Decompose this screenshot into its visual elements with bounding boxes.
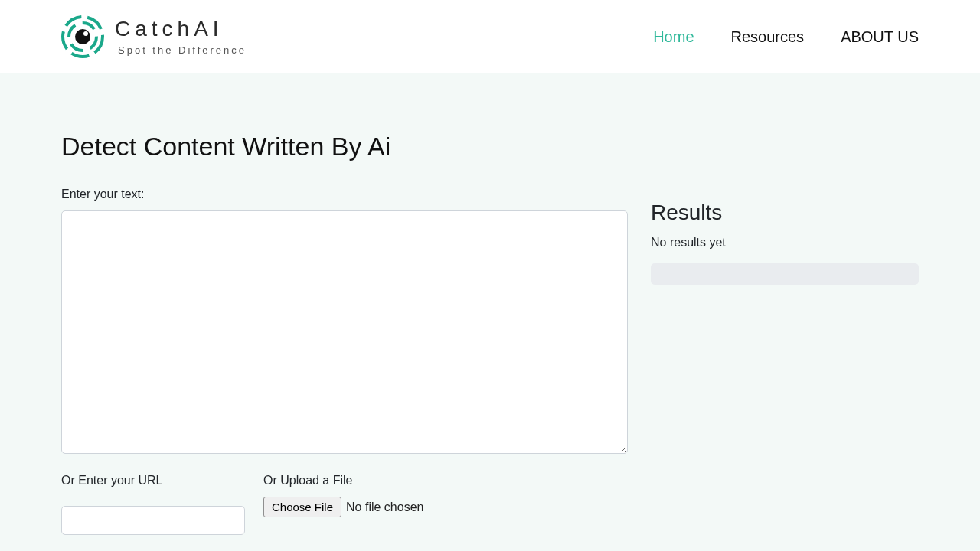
url-input-label: Or Enter your URL	[61, 474, 245, 487]
main-nav: Home Resources ABOUT US	[653, 28, 919, 46]
logo-icon	[61, 15, 104, 58]
file-status: No file chosen	[346, 500, 423, 514]
nav-home[interactable]: Home	[653, 28, 694, 46]
file-input-label: Or Upload a File	[263, 474, 423, 487]
logo-block: CatchAI Spot the Difference	[61, 15, 247, 58]
url-input[interactable]	[61, 506, 245, 535]
svg-point-2	[75, 29, 90, 44]
nav-resources[interactable]: Resources	[731, 28, 805, 46]
brand-name: CatchAI	[115, 18, 247, 40]
text-input-label: Enter your text:	[61, 187, 628, 201]
choose-file-button[interactable]: Choose File	[263, 497, 341, 517]
svg-point-3	[83, 31, 88, 36]
page-title: Detect Content Written By Ai	[61, 132, 628, 161]
results-column: Results No results yet	[651, 132, 919, 551]
secondary-inputs-row: Or Enter your URL Or Upload a File Choos…	[61, 474, 628, 535]
site-header: CatchAI Spot the Difference Home Resourc…	[0, 0, 980, 73]
results-title: Results	[651, 201, 919, 225]
url-group: Or Enter your URL	[61, 474, 245, 535]
nav-about[interactable]: ABOUT US	[841, 28, 919, 46]
results-message: No results yet	[651, 236, 919, 249]
brand-text: CatchAI Spot the Difference	[115, 18, 247, 56]
form-column: Detect Content Written By Ai Enter your …	[61, 132, 628, 551]
file-row: Choose File No file chosen	[263, 497, 423, 517]
text-input[interactable]	[61, 210, 628, 454]
results-progress-bar	[651, 263, 919, 285]
file-group: Or Upload a File Choose File No file cho…	[263, 474, 423, 535]
brand-tagline: Spot the Difference	[118, 44, 247, 56]
main-content: Detect Content Written By Ai Enter your …	[0, 73, 980, 551]
